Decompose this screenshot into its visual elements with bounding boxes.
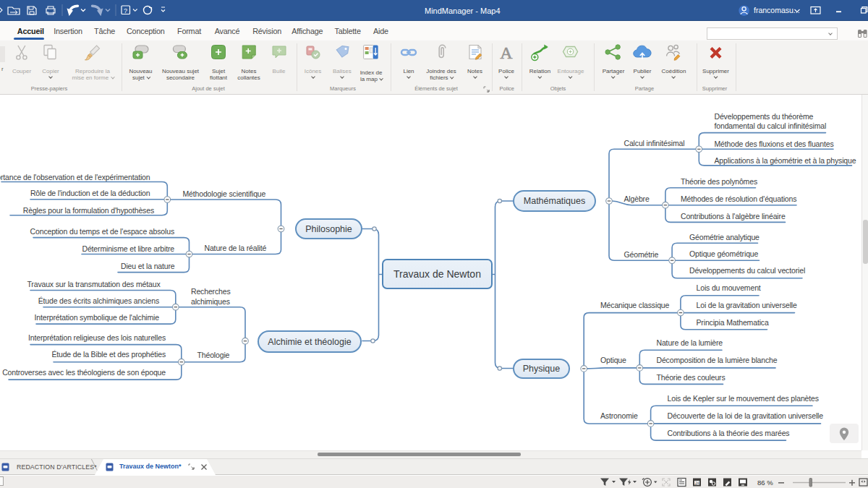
svg-text:?: ? (124, 7, 127, 14)
svg-text:86 %: 86 % (757, 479, 773, 487)
svg-text:24: 24 (695, 481, 699, 485)
svg-text:A: A (500, 43, 513, 62)
svg-text:francomasu...: francomasu... (754, 6, 800, 14)
